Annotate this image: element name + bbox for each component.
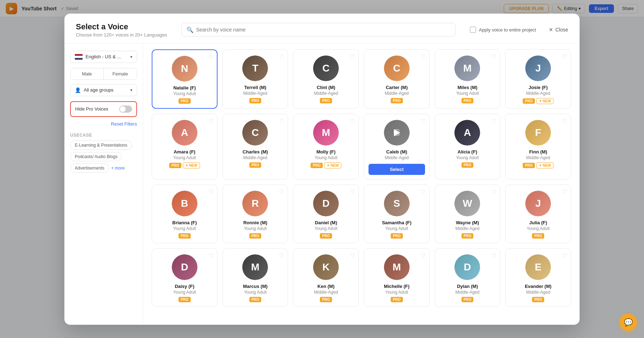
voice-card-alicia[interactable]: ♡AAlicia (F)Young AdultPRO [435,114,501,180]
favorite-button-carter[interactable]: ♡ [421,53,426,60]
favorite-button-charles[interactable]: ♡ [279,118,284,124]
favorite-button-josie[interactable]: ♡ [562,53,567,60]
voice-age-miles: Young Adult [456,91,479,96]
more-usecase-tags-button[interactable]: + more [111,163,125,173]
voice-card-finn[interactable]: ♡FFinn (M)Middle-AgedPRO✦ NEW [505,114,571,180]
favorite-button-caleb[interactable]: ♡ [421,118,426,124]
voice-card-samantha[interactable]: ♡SSamantha (F)Young AdultPRO [364,185,430,243]
voice-name-molly: Molly (F) [316,149,335,155]
search-input[interactable] [181,23,455,36]
favorite-button-ken[interactable]: ♡ [350,252,355,259]
badges-miles: PRO [462,98,474,103]
play-overlay-caleb[interactable] [384,120,410,146]
voice-card-terrell[interactable]: ♡TTerrell (M)Middle-AgedPRO [223,49,288,109]
voice-card-ken[interactable]: ♡KKen (M)Middle-AgedPRO [293,248,359,307]
voice-card-molly[interactable]: ♡MMolly (F)Young AdultPRO✦ NEW [293,114,359,180]
reset-filters-section: Reset Filters [70,121,137,127]
usecase-tag-e-learning--presentations[interactable]: E-Learning & Presentations [70,141,132,150]
voice-card-josie[interactable]: ♡JJosie (F)Middle-AgedPRO✦ NEW [505,49,571,109]
favorite-button-evander[interactable]: ♡ [562,252,567,259]
favorite-button-clint[interactable]: ♡ [350,53,355,60]
voice-age-ronnie: Young Adult [244,226,267,231]
favorite-button-daniel[interactable]: ♡ [350,188,355,195]
new-badge-amara: ✦ NEW [183,162,200,168]
favorite-button-brianna[interactable]: ♡ [209,188,214,195]
select-button-caleb[interactable]: Select [369,164,425,175]
badges-dylan: PRO [462,297,474,302]
voice-grid-container: ♡NNatalie (F)Young AdultPRO♡TTerrell (M)… [143,44,580,325]
age-group-dropdown[interactable]: 👤 All age groups ▾ [70,84,137,96]
usecase-tag-podcasts-audio-blogs[interactable]: Podcasts/ Audio Blogs [70,152,122,161]
voice-name-caleb: Caleb (M) [386,149,408,155]
favorite-button-natalie[interactable]: ♡ [208,54,213,60]
voice-card-julia[interactable]: ♡JJulia (F)Young AdultPRO [505,185,571,243]
voice-name-ronnie: Ronnie (M) [243,220,267,225]
reset-filters-button[interactable]: Reset Filters [111,121,137,127]
voice-card-daisy[interactable]: ♡DDaisy (F)Young AdultPRO [152,248,218,307]
favorite-button-daisy[interactable]: ♡ [209,252,214,259]
pro-badge-josie: PRO [523,98,535,104]
voice-card-wayne[interactable]: ♡WWayne (M)Middle-AgedPRO [435,185,501,243]
voice-card-michelle[interactable]: ♡MMichelle (F)Young AdultPRO [364,248,430,307]
favorite-button-miles[interactable]: ♡ [491,53,496,60]
voice-card-dylan[interactable]: ♡DDylan (M)Middle-AgedPRO [435,248,501,307]
voice-card-evander[interactable]: ♡EEvander (M)Middle-AgedPRO [505,248,571,307]
pro-badge-clint: PRO [320,98,332,103]
favorite-button-marcus[interactable]: ♡ [279,252,284,259]
chat-support-button[interactable]: 💬 [620,314,637,331]
avatar-alicia: A [454,120,480,146]
voice-card-amara[interactable]: ♡AAmara (F)Young AdultPRO✦ NEW [152,114,218,180]
voice-card-carter[interactable]: ♡CCarter (M)Middle-AgedPRO [364,49,430,109]
favorite-button-michelle[interactable]: ♡ [421,252,426,259]
voice-card-brianna[interactable]: ♡BBrianna (F)Young AdultPRO [152,185,218,243]
pro-badge-miles: PRO [462,98,474,103]
language-dropdown[interactable]: English - US & ... ▾ [70,51,137,63]
favorite-button-ronnie[interactable]: ♡ [279,188,284,195]
male-filter-button[interactable]: Male [70,68,104,79]
pro-badge-brianna: PRO [179,233,191,239]
voice-card-natalie[interactable]: ♡NNatalie (F)Young AdultPRO [152,49,218,109]
voice-age-charles: Middle-Aged [243,155,267,160]
avatar-miles: M [454,55,480,81]
usecase-section: Usecase E-Learning & PresentationsPodcas… [70,133,137,173]
pro-badge-evander: PRO [532,297,544,302]
voice-age-caleb: Middle-Aged [385,155,409,160]
pro-badge-daniel: PRO [320,233,332,239]
badges-amara: PRO✦ NEW [169,162,200,168]
usecase-label: Usecase [70,133,137,138]
voice-card-charles[interactable]: ♡CCharles (M)Middle-AgedPRO [223,114,288,180]
favorite-button-samantha[interactable]: ♡ [421,188,426,195]
favorite-button-dylan[interactable]: ♡ [491,252,496,259]
hide-pro-toggle[interactable] [119,106,132,113]
favorite-button-julia[interactable]: ♡ [562,188,567,195]
voice-age-michelle: Young Adult [385,290,408,295]
favorite-button-wayne[interactable]: ♡ [491,188,496,195]
badges-clint: PRO [320,98,332,103]
apply-voice-checkbox[interactable] [470,26,476,33]
voice-card-marcus[interactable]: ♡MMarcus (M)Young AdultPRO [223,248,288,307]
favorite-button-alicia[interactable]: ♡ [491,118,496,124]
voice-card-ronnie[interactable]: ♡RRonnie (M)Young AdultPRO [223,185,288,243]
voice-card-clint[interactable]: ♡CClint (M)Middle-AgedPRO [293,49,359,109]
badges-natalie: PRO [179,98,191,104]
badges-wayne: PRO [462,233,474,239]
chevron-down-icon: ▾ [130,54,132,59]
favorite-button-molly[interactable]: ♡ [350,118,355,124]
female-filter-button[interactable]: Female [104,68,137,79]
pro-badge-wayne: PRO [462,233,474,239]
voice-age-josie: Middle-Aged [526,91,550,96]
favorite-button-terrell[interactable]: ♡ [279,53,284,60]
voice-age-molly: Young Adult [314,155,337,160]
modal-title: Select a Voice [76,22,167,31]
usecase-tag-advertisements[interactable]: Advertisements [70,163,109,173]
voice-name-julia: Julia (F) [529,220,547,225]
person-icon: 👤 [75,87,81,93]
favorite-button-finn[interactable]: ♡ [562,118,567,124]
voice-card-caleb[interactable]: ♡CCaleb (M)Middle-AgedSelect [364,114,430,180]
close-button[interactable]: ✕ Close [549,27,568,33]
voice-name-carter: Carter (M) [386,85,408,90]
badges-samantha: PRO [391,233,403,239]
voice-card-miles[interactable]: ♡MMiles (M)Young AdultPRO [435,49,501,109]
voice-card-daniel[interactable]: ♡DDaniel (M)Young AdultPRO [293,185,359,243]
favorite-button-amara[interactable]: ♡ [209,118,214,124]
